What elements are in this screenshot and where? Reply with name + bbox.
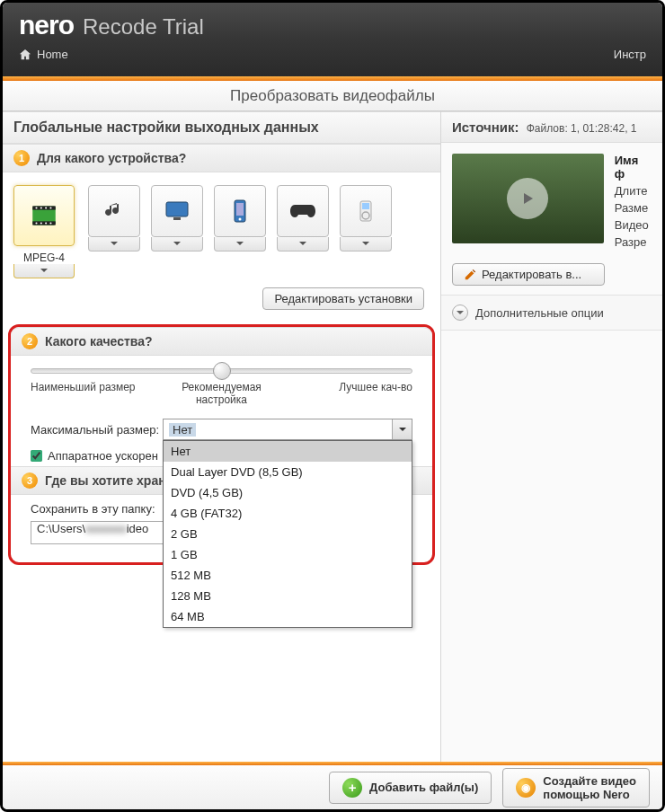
play-button[interactable] (507, 178, 548, 219)
quality-slider-thumb[interactable] (213, 362, 231, 380)
svg-point-3 (35, 207, 37, 208)
svg-point-7 (35, 222, 37, 224)
create-disc-button[interactable]: ◉ Создайте видео помощью Nero (502, 768, 650, 808)
expand-icon (452, 304, 468, 321)
meta-duration: Длите (615, 184, 652, 198)
device-audio[interactable] (89, 185, 139, 278)
hw-accel-label: Аппаратное ускорен (48, 449, 158, 463)
dropdown-option[interactable]: 128 MB (164, 586, 412, 606)
device-mpeg4-label: MPEG-4 (23, 252, 65, 264)
music-icon[interactable] (88, 185, 140, 237)
phone-icon[interactable] (214, 185, 266, 237)
global-settings-title: Глобальные настройки выходных данных (3, 111, 440, 144)
select-arrow[interactable] (392, 419, 412, 439)
dropdown-option[interactable]: 1 GB (164, 544, 412, 565)
device-gamepad-dropdown[interactable] (277, 237, 329, 252)
quality-section-highlight: 2 Какого качества? Наименьший размер Рек… (8, 324, 435, 565)
quality-slider[interactable] (31, 368, 412, 374)
dropdown-option[interactable]: 4 GB (FAT32) (164, 503, 412, 524)
titlebar: nero Recode Trial Home Инстр (3, 3, 662, 76)
meta-name: Имя ф (615, 154, 652, 181)
tools-menu[interactable]: Инстр (614, 48, 646, 61)
device-grid: MPEG-4 (3, 172, 440, 287)
device-phone[interactable] (215, 185, 265, 278)
svg-rect-14 (236, 203, 244, 216)
step1-badge: 1 (13, 150, 30, 166)
add-files-label: Добавить файл(ы) (369, 781, 478, 794)
source-header: Источник: Файлов: 1, 01:28:42, 1 (441, 111, 662, 143)
home-label: Home (37, 48, 68, 61)
svg-rect-12 (173, 217, 181, 220)
svg-point-9 (45, 222, 47, 224)
device-mpeg4[interactable]: MPEG-4 (19, 185, 69, 278)
add-files-button[interactable]: + Добавить файл(ы) (329, 772, 492, 804)
chevron-down-icon (236, 242, 244, 246)
device-mp3player[interactable] (341, 185, 391, 278)
chevron-down-icon (457, 311, 464, 315)
max-size-dropdown[interactable]: Нет Dual Layer DVD (8,5 GB) DVD (4,5 GB)… (163, 440, 412, 628)
dropdown-option[interactable]: 64 MB (164, 606, 412, 627)
step2-header: 2 Какого качества? (11, 327, 432, 356)
svg-point-8 (40, 222, 42, 224)
advanced-options-label: Дополнительные опции (475, 306, 604, 320)
step2-title: Какого качества? (45, 334, 153, 349)
step3-badge: 3 (22, 472, 38, 489)
svg-rect-17 (362, 203, 369, 209)
device-phone-dropdown[interactable] (214, 237, 266, 252)
slider-min-label: Наименьший размер (31, 381, 156, 406)
step1-header: 1 Для какого устройства? (3, 144, 440, 172)
chevron-down-icon (173, 242, 181, 246)
edit-video-button[interactable]: Редактировать в... (452, 263, 605, 286)
chevron-down-icon (299, 242, 306, 246)
max-size-value: Нет (169, 423, 196, 437)
source-label: Источник: (452, 119, 519, 135)
meta-video: Видео (615, 218, 652, 232)
home-button[interactable]: Home (19, 48, 68, 61)
pencil-icon (464, 269, 476, 281)
device-mp3player-dropdown[interactable] (340, 237, 392, 252)
play-icon (519, 190, 536, 207)
dropdown-option[interactable]: Dual Layer DVD (8,5 GB) (164, 462, 412, 482)
path-suffix: ideo (127, 522, 149, 535)
path-redacted: xxxxxxx (85, 522, 127, 535)
slider-mid-label: Рекомендуемая настройка (158, 381, 284, 406)
path-prefix: C:\Users\ (37, 522, 85, 535)
video-thumbnail[interactable] (452, 154, 604, 243)
step3-title: Где вы хотите хран (45, 473, 166, 488)
tv-icon[interactable] (151, 185, 203, 237)
meta-size: Разме (615, 201, 652, 215)
advanced-options-toggle[interactable]: Дополнительные опции (441, 295, 662, 331)
edit-presets-button[interactable]: Редактировать установки (262, 287, 424, 310)
gamepad-icon[interactable] (277, 185, 329, 237)
device-audio-dropdown[interactable] (88, 237, 140, 252)
dropdown-option[interactable]: Нет (164, 441, 412, 462)
page-title: Преобразовать видеофайлы (3, 81, 662, 111)
slider-labels: Наименьший размер Рекомендуемая настройк… (31, 381, 412, 406)
dropdown-option[interactable]: 2 GB (164, 524, 412, 544)
home-icon (19, 49, 31, 61)
svg-point-6 (49, 207, 51, 208)
svg-point-5 (45, 207, 47, 208)
device-gamepad[interactable] (278, 185, 328, 278)
dropdown-option[interactable]: DVD (4,5 GB) (164, 482, 412, 503)
chevron-down-icon (362, 242, 369, 246)
slider-max-label: Лучшее кач-во (287, 381, 412, 406)
footer-accent (3, 762, 662, 765)
max-size-label: Максимальный размер: (31, 423, 159, 437)
plus-icon: + (342, 778, 362, 798)
brand-logo: nero (19, 10, 74, 40)
edit-video-label: Редактировать в... (482, 268, 581, 281)
svg-point-4 (40, 207, 42, 208)
meta-res: Разре (615, 235, 652, 249)
chevron-down-icon (399, 428, 406, 432)
device-tv-dropdown[interactable] (151, 237, 203, 252)
hw-accel-checkbox[interactable] (31, 450, 42, 462)
device-mpeg4-dropdown[interactable] (13, 264, 75, 278)
max-size-select[interactable]: Нет Нет Dual Layer DVD (8,5 GB) DVD (4,5… (163, 419, 412, 440)
svg-rect-11 (166, 202, 188, 216)
disc-icon: ◉ (516, 778, 536, 798)
device-tv[interactable] (152, 185, 202, 278)
dropdown-option[interactable]: 512 MB (164, 565, 412, 586)
video-file-icon[interactable] (13, 185, 75, 246)
mp3-player-icon[interactable] (340, 185, 392, 237)
